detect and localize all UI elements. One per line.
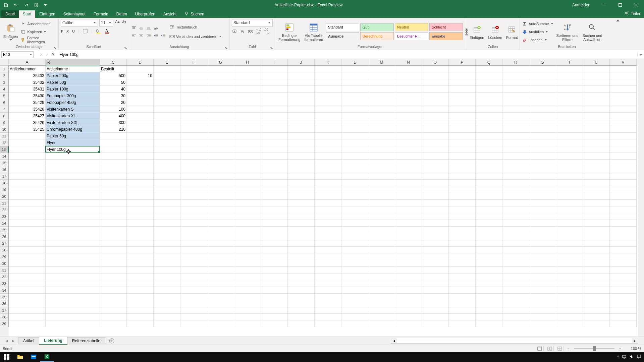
cell[interactable]: [315, 173, 341, 180]
cell[interactable]: [315, 160, 341, 166]
cell[interactable]: [610, 300, 637, 307]
cell[interactable]: 35429: [9, 99, 46, 106]
cell[interactable]: [449, 200, 476, 206]
cell[interactable]: [154, 213, 180, 220]
cell[interactable]: [234, 72, 261, 79]
cell[interactable]: [9, 153, 46, 160]
cell[interactable]: [315, 66, 341, 72]
row-header[interactable]: 1: [0, 66, 9, 72]
cell[interactable]: [180, 133, 207, 139]
cell[interactable]: [502, 153, 529, 160]
cell[interactable]: [422, 227, 449, 233]
cell[interactable]: [529, 193, 556, 200]
cell[interactable]: [100, 220, 127, 227]
cell[interactable]: [502, 300, 529, 307]
cell[interactable]: [476, 300, 502, 307]
cell[interactable]: [288, 233, 315, 240]
cell[interactable]: [583, 287, 610, 294]
cell[interactable]: [449, 153, 476, 160]
cell[interactable]: [422, 139, 449, 146]
cell[interactable]: [127, 66, 154, 72]
cell[interactable]: [127, 160, 154, 166]
cell[interactable]: [502, 166, 529, 173]
cell[interactable]: [422, 193, 449, 200]
column-header-K[interactable]: K: [315, 59, 341, 66]
cell[interactable]: [261, 139, 288, 146]
cell[interactable]: [234, 206, 261, 213]
cell[interactable]: [368, 240, 395, 247]
cell[interactable]: [9, 274, 46, 280]
cell[interactable]: [395, 200, 422, 206]
cell[interactable]: Flyer 100g: [46, 146, 100, 153]
cell[interactable]: [502, 180, 529, 186]
cell[interactable]: [207, 213, 234, 220]
cell[interactable]: [261, 314, 288, 320]
cell[interactable]: [502, 307, 529, 314]
cell[interactable]: [207, 193, 234, 200]
cell[interactable]: [288, 153, 315, 160]
cell[interactable]: [154, 106, 180, 113]
cell[interactable]: [422, 220, 449, 227]
cell[interactable]: [583, 153, 610, 160]
cell-style-standard[interactable]: Standard: [326, 23, 359, 31]
cell[interactable]: [583, 93, 610, 99]
cell[interactable]: [422, 66, 449, 72]
cell[interactable]: [315, 72, 341, 79]
cell[interactable]: [127, 206, 154, 213]
cell[interactable]: [46, 193, 100, 200]
cell[interactable]: [583, 206, 610, 213]
cell[interactable]: [207, 86, 234, 93]
cell[interactable]: [180, 160, 207, 166]
cell[interactable]: [449, 166, 476, 173]
cell[interactable]: [315, 126, 341, 133]
cell[interactable]: [207, 166, 234, 173]
cell[interactable]: [154, 274, 180, 280]
cell[interactable]: [154, 240, 180, 247]
cell[interactable]: [315, 153, 341, 160]
cell[interactable]: [610, 119, 637, 126]
cell[interactable]: [502, 206, 529, 213]
cell[interactable]: [341, 173, 368, 180]
cell[interactable]: [449, 72, 476, 79]
increase-indent-icon[interactable]: [161, 33, 166, 38]
cell[interactable]: [234, 79, 261, 86]
share-button[interactable]: Teilen: [624, 11, 641, 16]
cell[interactable]: [315, 119, 341, 126]
cell[interactable]: [341, 160, 368, 166]
cell[interactable]: [100, 227, 127, 233]
cell[interactable]: [476, 294, 502, 300]
cell[interactable]: [127, 113, 154, 119]
cell[interactable]: [422, 160, 449, 166]
cell[interactable]: [502, 186, 529, 193]
cell[interactable]: [556, 307, 583, 314]
row-header[interactable]: 32: [0, 274, 9, 280]
cell[interactable]: [341, 139, 368, 146]
cell[interactable]: [341, 133, 368, 139]
cell[interactable]: [261, 173, 288, 180]
cell[interactable]: [261, 287, 288, 294]
cell[interactable]: [368, 193, 395, 200]
cell[interactable]: Papier 50g: [46, 133, 100, 139]
align-middle-icon[interactable]: [139, 25, 144, 31]
zoom-slider[interactable]: [574, 348, 614, 349]
cell[interactable]: [556, 193, 583, 200]
cell[interactable]: [100, 274, 127, 280]
cell[interactable]: [9, 173, 46, 180]
cell[interactable]: Visitenkarten XXL: [46, 119, 100, 126]
cell[interactable]: [610, 280, 637, 287]
cell[interactable]: Artikelnummer: [9, 66, 46, 72]
cell[interactable]: [261, 133, 288, 139]
cell[interactable]: [180, 126, 207, 133]
cell[interactable]: [529, 166, 556, 173]
cell[interactable]: [556, 314, 583, 320]
cell[interactable]: [180, 253, 207, 260]
cell[interactable]: [529, 133, 556, 139]
add-sheet-button[interactable]: [108, 337, 116, 345]
cell[interactable]: [449, 227, 476, 233]
cell[interactable]: [395, 86, 422, 93]
cell[interactable]: [315, 294, 341, 300]
cell[interactable]: [315, 93, 341, 99]
cell[interactable]: [100, 267, 127, 274]
cell[interactable]: [610, 267, 637, 274]
dialog-launcher-icon[interactable]: ⬊: [269, 46, 273, 50]
